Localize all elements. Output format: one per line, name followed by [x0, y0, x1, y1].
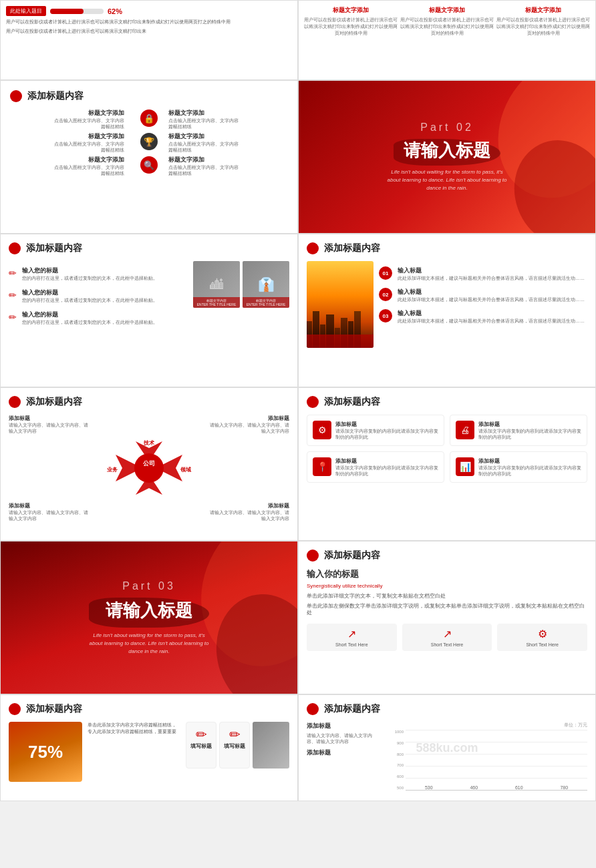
num-circle-1: 01	[379, 266, 392, 280]
arrows-svg: 公司 业务 领域 技术	[96, 435, 202, 501]
city-image	[307, 261, 374, 348]
y-900: 900	[387, 741, 404, 745]
card-icon-4: 📊	[456, 457, 474, 476]
fill-photo	[253, 722, 289, 769]
pencil-title-3: 输入您的标题	[22, 310, 158, 319]
icon-title-1: 标题文字添加	[10, 109, 124, 118]
arrow-tr-label: 添加标题	[209, 415, 289, 422]
input-title-5r: 输入你的标题	[307, 568, 587, 580]
fill-icon-1: ✏	[190, 726, 212, 742]
slide5r-content: 输入你的标题 Synergistically utilize technical…	[307, 568, 587, 617]
city-red-overlay	[307, 335, 374, 348]
card-text-4: 请添加文字内容复制的内容到此请添加文字内容复制仿的内容到此	[478, 465, 581, 477]
part-02-content: Part 02 请输入标题 Life isn't about waiting f…	[387, 122, 507, 192]
grid-20	[406, 742, 587, 742]
icon-btn-3[interactable]: ⚙ Short Text Here	[497, 624, 587, 651]
icon-buttons-row: ↗ Short Text Here ↗ Short Text Here ⚙ Sh…	[307, 624, 587, 651]
icon-btn-1[interactable]: ↗ Short Text Here	[307, 624, 397, 651]
arrow-tl: 添加标题 请输入文字内容、请输入文字内容、请输入文字内容	[9, 415, 89, 434]
pencil-text-wrap-3: 输入您的标题 您的内容打在这里，或者通过复制您的文本，在此框中选择粘贴。	[22, 310, 158, 326]
part-03-label: Part 03	[89, 580, 209, 592]
center-diagram: 公司 业务 领域 技术	[96, 435, 202, 501]
section-header-6l: 添加标题内容	[9, 703, 289, 715]
card-content-2: 添加标题 请添加文字内容复制的内容到此请添加文字内容复制仿的内容到此	[478, 421, 581, 440]
pencil-text-3: 您的内容打在这里，或者通过复制您的文本，在此框中选择粘贴。	[22, 319, 158, 326]
photo-col: 🏙 标题文字内容ENTER THE TITLE HERE 👔 标题文字内容ENT…	[193, 261, 289, 332]
fill-title-2: 填写标题	[224, 742, 245, 750]
photo-caption-1: 标题文字内容ENTER THE TITLE HERE	[193, 297, 240, 308]
card-icon-2: 🖨	[456, 421, 474, 439]
grid-40	[406, 754, 587, 754]
pencil-icon-1: ✏	[9, 268, 17, 278]
sub-text-5l: Life isn't about waiting for the storm t…	[89, 632, 209, 656]
slide-3-left: 添加标题内容 ✏ 输入您的标题 您的内容打在这里，或者通过复制您的文本，在此框中…	[0, 234, 298, 387]
red-dot-3l	[9, 242, 21, 254]
part-02-label: Part 02	[387, 122, 507, 134]
pct-big: 75%	[28, 743, 63, 761]
slide-3-right: 添加标题内容	[298, 234, 596, 387]
icon-btn-2[interactable]: ↗ Short Text Here	[402, 624, 492, 651]
icon-text-4: 点击输入图框文字内容、文字内容篇幅括精练	[168, 141, 288, 153]
section-title-2l: 添加标题内容	[27, 90, 84, 102]
icon-lock: 🔒	[140, 110, 158, 127]
slide-5-right: 添加标题内容 输入你的标题 Synergistically utilize te…	[298, 541, 596, 694]
pct-overlay: 75%	[28, 743, 63, 761]
grid-0	[406, 730, 587, 730]
num-title-1: 输入标题	[398, 266, 585, 275]
col2-title: 标题文字添加	[400, 6, 494, 15]
card-text-2: 请添加文字内容复制的内容到此请添加文字内容复制仿的内容到此	[478, 428, 581, 440]
arrow-tr-text: 请输入文字内容、请输入文字内容、请输入文字内容	[209, 422, 289, 434]
icon-text-6: 点击输入图框文字内容、文字内容篇幅括精练	[168, 164, 288, 176]
slide3-content: ✏ 输入您的标题 您的内容打在这里，或者通过复制您的文本，在此框中选择粘贴。 ✏…	[9, 261, 289, 332]
icon-title-4: 标题文字添加	[168, 132, 288, 141]
card-text-1: 请添加文字内容复制的内容到此请添加文字内容复制仿的内容到此	[335, 428, 438, 440]
num-text-1: 此处添加详细文本描述，建议与标题相关并符合整体语言风格，语言描述尽量跳活生动……	[398, 275, 585, 281]
y-500: 500	[387, 786, 404, 790]
btn-label-1: Short Text Here	[335, 642, 368, 647]
photo-caption-2: 标题文字内容ENTER THE TITLE HERE	[243, 297, 289, 308]
svg-point-4	[134, 453, 164, 483]
ink-blot-5: 请输入标题	[89, 598, 209, 628]
icon-card-3: 📍 添加标题 请添加文字内容复制的内容到此请添加文字内容复制仿的内容到此	[307, 451, 444, 483]
numbered-item-1: 01 输入标题 此处添加详细文本描述，建议与标题相关并符合整体语言风格，语言描述…	[379, 266, 587, 281]
col1-title: 标题文字添加	[304, 6, 398, 15]
section-title-5r: 添加标题内容	[324, 550, 380, 562]
y-1000: 1000	[387, 730, 404, 734]
chart-area: 1000 900 800 700 600 500	[387, 730, 587, 790]
pencil-title-2: 输入您的标题	[22, 288, 158, 297]
pencil-item-1: ✏ 输入您的标题 您的内容打在这里，或者通过复制您的文本，在此框中选择粘贴。	[9, 266, 188, 282]
section-header-3l: 添加标题内容	[9, 242, 289, 254]
grid-lines	[406, 730, 587, 790]
slide-2-left: 添加标题内容 标题文字添加 点击输入图框文字内容、文字内容篇幅括精练 🔒 标题文…	[0, 80, 298, 234]
fill-boxes: ✏ 填写标题 ✏ 填写标题	[186, 722, 289, 769]
card-icon-3: 📍	[313, 457, 331, 476]
fill-icon-2: ✏	[224, 726, 245, 742]
small-text-6l: 单击此添加文字内容文字内容篇幅括精练，专入此添加文字内容篇幅括精练，重要重要	[88, 722, 180, 735]
add-title-2: 添加标题	[307, 748, 380, 757]
red-dot-6r	[307, 703, 319, 715]
icon-item-2: 标题文字添加 点击输入图框文字内容、文字内容篇幅括精练	[168, 109, 288, 130]
pencil-text-1: 您的内容打在这里，或者通过复制您的文本，在此框中选择粘贴。	[22, 275, 158, 282]
card-title-1: 添加标题	[335, 421, 438, 428]
pencil-title-1: 输入您的标题	[22, 266, 158, 275]
progress-bar	[50, 9, 84, 14]
pencil-icon-2: ✏	[9, 290, 17, 300]
red-dot-4l	[9, 396, 21, 408]
num-circle-3: 03	[379, 309, 392, 322]
icon-trophy: 🏆	[140, 133, 158, 150]
arrow-br-label: 添加标题	[209, 502, 289, 509]
arrow-bl: 添加标题 请输入文字内容、请输入文字内容、请输入文字内容	[9, 502, 89, 521]
sub-text-2r: Life isn't about waiting for the storm t…	[387, 168, 507, 192]
slide-5-left: Part 03 请输入标题 Life isn't about waiting f…	[0, 541, 298, 694]
section-title-6r: 添加标题内容	[324, 703, 380, 715]
col3-title: 标题文字添加	[496, 6, 590, 15]
slide-6-left: 添加标题内容 75% 单击此添加文字内容文字内容篇幅括精练，专入此添加文字内容篇…	[0, 694, 298, 801]
card-content-1: 添加标题 请添加文字内容复制的内容到此请添加文字内容复制仿的内容到此	[335, 421, 438, 440]
btn-icon-1: ↗	[347, 628, 356, 640]
pencil-text-wrap-2: 输入您的标题 您的内容打在这里，或者通过复制您的文本，在此框中选择粘贴。	[22, 288, 158, 304]
section-header-2l: 添加标题内容	[10, 90, 288, 102]
arrow-tl-label: 添加标题	[9, 415, 89, 422]
arrows-diagram: 添加标题 请输入文字内容、请输入文字内容、请输入文字内容 添加标题 请输入文字内…	[9, 415, 289, 521]
btn-label-3: Short Text Here	[526, 642, 559, 647]
svg-text:公司: 公司	[142, 460, 155, 467]
